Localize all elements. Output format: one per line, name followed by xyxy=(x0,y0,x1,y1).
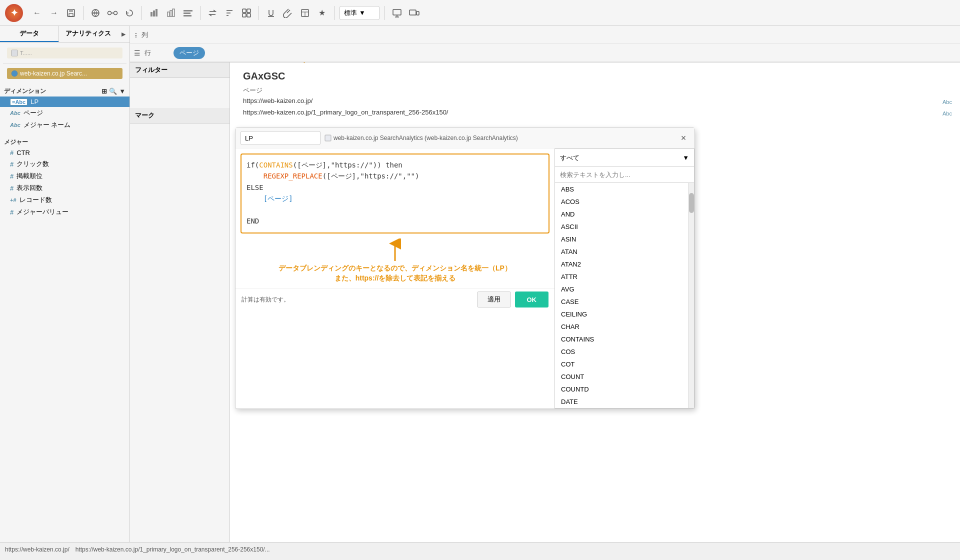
function-item-countd[interactable]: COUNTD xyxy=(555,383,688,396)
formula-code-box[interactable]: if(CONTAINS([ページ],"https://")) then REGE… xyxy=(240,154,550,234)
function-item-atan2[interactable]: ATAN2 xyxy=(555,258,688,270)
dialog-body: if(CONTAINS([ページ],"https://")) then REGE… xyxy=(236,148,694,408)
datasource-item-1[interactable]: T...... xyxy=(7,48,122,58)
scrollbar-track[interactable] xyxy=(688,183,694,408)
present-button[interactable] xyxy=(390,6,404,20)
dimension-section-header: ディメンション ⊞ 🔍 ▼ xyxy=(0,84,130,96)
measure-item-rank[interactable]: # 掲載順位 xyxy=(0,170,130,182)
attachment-button[interactable] xyxy=(281,6,295,20)
sidebar-tabs: データ アナリティクス ▶ xyxy=(0,26,130,42)
svg-rect-15 xyxy=(184,12,190,14)
dimension-item-page[interactable]: Abc ページ xyxy=(0,107,130,119)
formula-field-name-input[interactable] xyxy=(240,131,320,145)
function-item-acos[interactable]: ACOS xyxy=(555,196,688,208)
chart1-button[interactable] xyxy=(147,6,161,20)
nav-back-button[interactable]: ← xyxy=(30,6,44,20)
dimension-tools: ⊞ 🔍 ▼ xyxy=(102,88,126,95)
svg-rect-31 xyxy=(410,10,416,15)
datasource-item-active[interactable]: web-kaizen.co.jp Searc... xyxy=(7,68,122,79)
svg-point-5 xyxy=(108,11,112,14)
underline-button[interactable] xyxy=(264,6,278,20)
function-filter-dropdown[interactable]: すべて ▼ xyxy=(555,149,694,167)
dialog-titlebar: web-kaizen.co.jp SearchAnalytics (web-ka… xyxy=(236,128,694,148)
table-button[interactable] xyxy=(298,6,312,20)
function-search-input[interactable] xyxy=(555,167,694,183)
dropdown-arrow-icon: ▼ xyxy=(682,154,689,162)
refresh-button[interactable] xyxy=(122,6,136,20)
nav-forward-button[interactable]: → xyxy=(47,6,61,20)
function-item-count[interactable]: COUNT xyxy=(555,370,688,383)
function-item-ceiling[interactable]: CEILING xyxy=(555,308,688,320)
function-item-abs[interactable]: ABS xyxy=(555,183,688,196)
chart3-button[interactable] xyxy=(181,6,195,20)
svg-point-6 xyxy=(114,11,118,14)
view-area: GAxGSC ページ https://web-kaizen.co.jp/ Abc… xyxy=(230,62,960,542)
view-subtitle: ページ xyxy=(243,86,952,95)
formula-editor-wrapper: if(CONTAINS([ページ],"https://")) then REGE… xyxy=(236,148,554,408)
group-button[interactable] xyxy=(240,6,254,20)
formula-dialog: web-kaizen.co.jp SearchAnalytics (web-ka… xyxy=(235,128,695,409)
page-pill[interactable]: ページ xyxy=(174,47,205,59)
dimension-item-major-name[interactable]: Abc メジャー ネーム xyxy=(0,119,130,131)
svg-rect-32 xyxy=(416,12,419,15)
canvas-split: フィルター マーク GAxGSC ページ https://web-kaizen.… xyxy=(130,62,960,542)
measure-item-measure-value[interactable]: # メジャーバリュー xyxy=(0,206,130,218)
dimension-item-lp[interactable]: =Abc LP xyxy=(0,96,130,107)
apply-button[interactable]: 適用 xyxy=(477,292,511,308)
svg-rect-9 xyxy=(153,10,155,16)
tab-analytics[interactable]: アナリティクス xyxy=(59,26,118,42)
sep1 xyxy=(83,6,84,20)
ok-button[interactable]: OK xyxy=(515,292,549,308)
function-item-ascii[interactable]: ASCII xyxy=(555,220,688,233)
grid-view-icon[interactable]: ⊞ xyxy=(102,88,107,95)
function-reference-panel: すべて ▼ ABS ACOS AND ASCII ASIN xyxy=(554,148,694,408)
add-datasource-button[interactable] xyxy=(88,6,102,20)
dialog-close-button[interactable]: × xyxy=(678,132,690,144)
measure-item-clicks[interactable]: # クリック数 xyxy=(0,158,130,170)
star-button[interactable]: ★ xyxy=(315,6,329,20)
shelf-columns: ⫶ 列 xyxy=(130,26,960,44)
sep4 xyxy=(258,6,259,20)
measure-item-impressions[interactable]: # 表示回数 xyxy=(0,182,130,194)
svg-rect-10 xyxy=(156,9,158,16)
function-item-case[interactable]: CASE xyxy=(555,296,688,308)
svg-rect-2 xyxy=(69,14,73,16)
connect-button[interactable] xyxy=(106,6,120,20)
function-item-and[interactable]: AND xyxy=(555,208,688,220)
scrollbar-thumb[interactable] xyxy=(689,193,694,213)
app-logo: ✦ xyxy=(5,4,23,22)
center-area: ⫶ 列 ☰ 行 ページ フィルター マーク GAxGSC xyxy=(130,26,960,542)
chart2-button[interactable] xyxy=(164,6,178,20)
tab-data[interactable]: データ xyxy=(0,26,58,42)
datasource-divider xyxy=(3,63,126,64)
function-item-cos[interactable]: COS xyxy=(555,346,688,358)
columns-label: 列 xyxy=(142,30,166,40)
columns-icon: ⫶ xyxy=(134,31,138,39)
svg-rect-16 xyxy=(184,15,192,16)
function-panel-inner: ABS ACOS AND ASCII ASIN ATAN ATAN2 ATTR … xyxy=(555,183,694,408)
swap-button[interactable] xyxy=(206,6,220,20)
function-item-asin[interactable]: ASIN xyxy=(555,233,688,246)
view-abc2: Abc xyxy=(942,110,952,116)
function-item-cot[interactable]: COT xyxy=(555,358,688,370)
function-item-char[interactable]: CHAR xyxy=(555,320,688,333)
view-title: GAxGSC xyxy=(243,70,952,82)
measure-item-records[interactable]: +# レコード数 xyxy=(0,194,130,206)
function-item-avg[interactable]: AVG xyxy=(555,283,688,296)
svg-rect-23 xyxy=(247,14,250,17)
search-icon[interactable]: 🔍 xyxy=(109,88,117,95)
formula-editor-area: if(CONTAINS([ページ],"https://")) then REGE… xyxy=(236,148,554,238)
measure-item-ctr[interactable]: # CTR xyxy=(0,148,130,158)
function-item-atan[interactable]: ATAN xyxy=(555,246,688,258)
standard-dropdown[interactable]: 標準 ▼ xyxy=(340,6,380,20)
function-item-attr[interactable]: ATTR xyxy=(555,270,688,283)
sort-button[interactable] xyxy=(222,6,236,20)
expand-icon[interactable]: ▼ xyxy=(119,88,126,95)
function-item-date[interactable]: DATE xyxy=(555,396,688,408)
sidebar-tab-arrow[interactable]: ▶ xyxy=(118,26,130,42)
function-item-contains[interactable]: CONTAINS xyxy=(555,333,688,346)
svg-rect-21 xyxy=(247,9,250,12)
save-button[interactable] xyxy=(64,6,78,20)
device-button[interactable] xyxy=(407,6,421,20)
sep3 xyxy=(200,6,200,20)
